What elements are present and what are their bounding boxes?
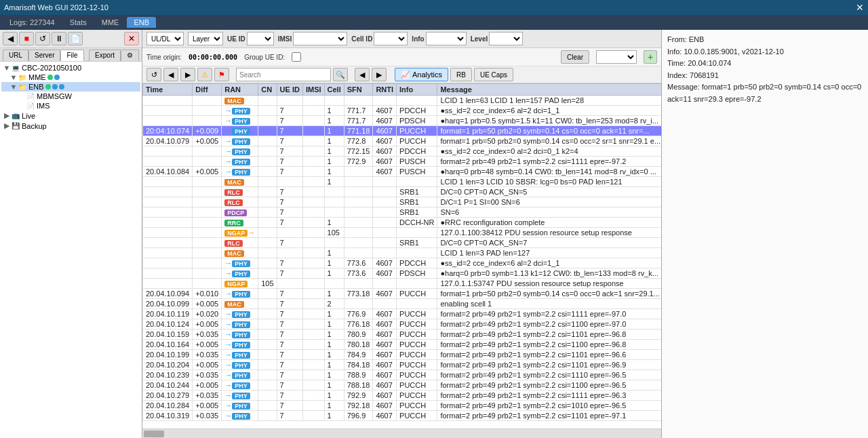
cell-diff: +0.035 (193, 370, 222, 380)
cell-cn (258, 207, 277, 218)
protocol-tag: PHY (232, 291, 250, 298)
table-row[interactable]: RRC71DCCH-NR●RRC reconfiguration complet… (143, 218, 662, 228)
cell-sfn: 773.18 (344, 289, 373, 299)
add-button[interactable]: + (644, 50, 657, 64)
table-row[interactable]: →PHY71773.64607PDCCH●ss_id=2 cce_index=6… (143, 258, 662, 268)
status-dot (59, 84, 64, 89)
table-row[interactable]: 20.04.10.239+0.035→PHY71788.94607PUCCHfo… (143, 370, 662, 380)
tree-item-ims[interactable]: 📄IMS (1, 101, 140, 111)
table-row[interactable]: PDCP7SRB1SN=6 (143, 207, 662, 218)
tree-expand-icon[interactable]: ▼ (9, 83, 18, 91)
table-row[interactable]: RLC7SRB1D/C=0 CPT=0 ACK_SN=7 (143, 238, 662, 248)
cell-diff (193, 157, 222, 167)
cellid-select[interactable] (374, 32, 408, 45)
clear-button[interactable]: Clear (561, 50, 589, 64)
sidebar-btn-5[interactable]: 📄 (68, 32, 83, 45)
table-row[interactable]: 20.04.10.244+0.005→PHY71788.184607PUCCHf… (143, 380, 662, 391)
tree-item-enb[interactable]: ▼📁ENB (1, 82, 140, 92)
tree-item-mbmsgw[interactable]: 📄MBMSGW (1, 92, 140, 101)
table-row[interactable]: →PHY71773.64607PDSCH●harq=0 prb=0 symb=1… (143, 268, 662, 279)
tree-item-mme[interactable]: ▼📁MME (1, 73, 140, 82)
imsi-select[interactable] (293, 32, 347, 45)
titlebar: Amarisoft Web GUI 2021-12-10 ✕ (0, 0, 868, 15)
table-row[interactable]: →PHY71771.74607PDCCH●ss_id=2 cce_index=6… (143, 106, 662, 116)
table-row[interactable]: 20.04.10.084+0.005→PHY714607PUSCH●harq=0… (143, 167, 662, 177)
next-result-btn[interactable]: ▶ (372, 68, 387, 81)
tab-stats[interactable]: Stats (63, 17, 94, 28)
tree-expand-icon[interactable]: ▶ (3, 121, 11, 130)
table-row[interactable]: 20.04.10.159+0.035→PHY71780.94607PUCCHfo… (143, 330, 662, 340)
sidebar-btn-4[interactable]: ⏸ (52, 32, 66, 45)
tree-item-cbc_2021050100[interactable]: ▼💻CBC-2021050100 (1, 63, 140, 73)
server-tab-server[interactable]: Server (28, 49, 60, 61)
table-row[interactable]: 20.04.10.319+0.035→PHY71796.94607PUCCHfo… (143, 411, 662, 421)
tab-logs__227344[interactable]: Logs: 227344 (3, 17, 62, 28)
sidebar-btn-1[interactable]: ◀ (3, 32, 18, 45)
tab-mme[interactable]: MME (95, 17, 126, 28)
table-row[interactable]: MAC1LCID 1 len=3 PAD len=127 (143, 248, 662, 258)
table-row[interactable]: →PHY71771.74607PDSCH●harq=1 prb=0.5 symb… (143, 116, 662, 126)
cell-diff: +0.005 (193, 380, 222, 391)
close-icon[interactable]: ✕ (856, 2, 864, 13)
cell-sfn: 771.7 (344, 106, 373, 116)
bottom-scrollbar[interactable] (142, 429, 661, 438)
message-table-container[interactable]: Time Diff RAN CN UE ID IMSI Cell SFN RNT… (142, 83, 661, 429)
cell-sfn (344, 167, 373, 177)
clear-select[interactable] (596, 50, 637, 64)
table-row[interactable]: 20.04.10.164+0.005→PHY71780.184607PUCCHf… (143, 340, 662, 350)
cell-cell: 1 (324, 380, 344, 391)
level-select[interactable] (489, 32, 523, 45)
server-tab-url[interactable]: URL (3, 49, 28, 61)
analytics-button[interactable]: 📈 Analytics (395, 68, 448, 81)
sidebar-btn-3[interactable]: ↺ (35, 32, 50, 45)
prev-result-btn[interactable]: ◀ (355, 68, 370, 81)
table-row[interactable]: 20.04.10.124+0.005→PHY71776.184607PUCCHf… (143, 319, 662, 330)
cell-cn (258, 360, 277, 370)
ueid-select[interactable] (247, 32, 274, 45)
table-row[interactable]: 20.04.10.204+0.005→PHY71784.184607PUCCHf… (143, 360, 662, 370)
layer-select[interactable]: Layer (188, 32, 223, 45)
cell-time (143, 228, 193, 238)
table-row[interactable]: RLC7SRB1D/C=1 P=1 SI=00 SN=6 (143, 197, 662, 207)
back-btn[interactable]: ◀ (163, 68, 178, 81)
extra-btn[interactable]: ⚙ (121, 49, 139, 61)
table-row[interactable]: →PHY71772.94607PUSCHformat=2 prb=49 prb2… (143, 157, 662, 167)
tree-item-live[interactable]: ▶📺Live (1, 111, 140, 121)
uecaps-button[interactable]: UE Caps (474, 68, 513, 81)
col-ran: RAN (222, 84, 258, 96)
table-row[interactable]: 20.04.10.079+0.005→PHY71772.84607PUCCHfo… (143, 136, 662, 146)
table-row[interactable]: NGAP105127.0.1.1:53747 PDU session resou… (143, 279, 662, 289)
error-btn[interactable]: ⚑ (214, 68, 229, 81)
table-row[interactable]: 20.04.10.284+0.005→PHY71792.184607PUCCHf… (143, 401, 662, 411)
table-row[interactable]: 20.04.10.279+0.035→PHY71792.94607PUCCHfo… (143, 391, 662, 401)
table-row[interactable]: RLC7SRB1D/C=0 CPT=0 ACK_SN=5 (143, 187, 662, 197)
tree-expand-icon[interactable]: ▶ (3, 111, 11, 120)
search-input[interactable] (236, 68, 331, 81)
table-row[interactable]: 20.04.10.119+0.020→PHY71776.94607PUCCHfo… (143, 309, 662, 319)
info-select[interactable] (426, 32, 467, 45)
warning-btn[interactable]: ⚠ (197, 68, 212, 81)
search-icon[interactable]: 🔍 (333, 68, 348, 81)
export-btn[interactable]: Export (89, 49, 121, 61)
rb-button[interactable]: RB (450, 68, 472, 81)
table-row[interactable]: 20.04.10.099+0.005MAC72enabling scell 1 (143, 299, 662, 309)
table-row[interactable]: NGAP→105127.0.1.100:38412 PDU session re… (143, 228, 662, 238)
table-row[interactable]: →PHY71772.154607PDCCH●ss_id=2 cce_index=… (143, 146, 662, 157)
table-row[interactable]: MACLCID 1 len=63 LCID 1 len=157 PAD len=… (143, 96, 662, 106)
sidebar-close-btn[interactable]: ✕ (124, 32, 139, 45)
table-row[interactable]: 20.04.10.094+0.010→PHY71773.184607PUCCHf… (143, 289, 662, 299)
tree-expand-icon[interactable]: ▼ (3, 64, 11, 72)
server-tab-file[interactable]: File (60, 49, 83, 61)
tree-expand-icon[interactable]: ▼ (9, 73, 18, 81)
table-row[interactable]: 20:04:10.074+0.009→PHY71771.184607PUCCHf… (143, 126, 662, 136)
forward-btn[interactable]: ▶ (180, 68, 195, 81)
mode-select[interactable]: UL/DLULDL (146, 32, 184, 45)
time-bar: Time origin: 00:00:00.000 Group UE ID: C… (142, 48, 661, 66)
table-row[interactable]: 20.04.10.199+0.035→PHY71784.94607PUCCHfo… (143, 350, 662, 360)
table-row[interactable]: MAC1LCID 1 len=3 LCID 10 SBSR: lcg=0 bs=… (143, 177, 662, 187)
sidebar-btn-2[interactable]: ■ (19, 32, 34, 45)
tree-item-backup[interactable]: ▶💾Backup (1, 121, 140, 131)
tab-enb[interactable]: ENB (127, 17, 156, 28)
group-ue-input[interactable] (292, 52, 301, 62)
refresh-btn[interactable]: ↺ (146, 68, 161, 81)
